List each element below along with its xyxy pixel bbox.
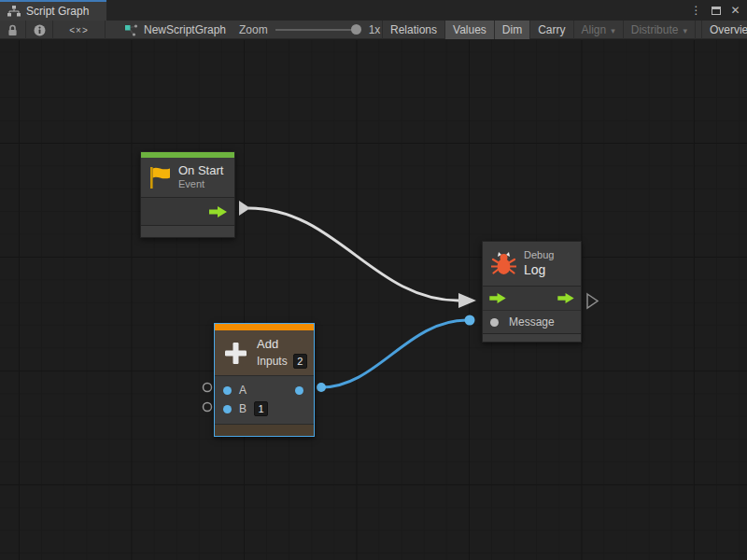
log-flow-output-outer-triangle[interactable] — [587, 294, 598, 308]
flow-input-arrow-icon[interactable] — [489, 293, 506, 303]
add-row-a: A — [215, 381, 314, 399]
port-b-input[interactable] — [223, 405, 232, 413]
relations-button[interactable]: Relations — [382, 21, 444, 39]
maximize-icon — [712, 7, 721, 15]
lock-icon — [7, 24, 18, 36]
add-row-b: B 1 — [215, 399, 314, 418]
align-dropdown[interactable]: Align ▾ — [573, 21, 623, 39]
node-add[interactable]: Add Inputs 2 A B 1 — [214, 323, 315, 437]
window-menu-button[interactable]: ⋮ — [688, 0, 704, 21]
port-a-label: A — [239, 384, 247, 397]
align-label: Align — [582, 23, 607, 36]
relations-label: Relations — [390, 23, 437, 36]
wires-layer — [0, 40, 747, 560]
flag-icon — [149, 166, 171, 189]
maximize-button[interactable] — [708, 0, 724, 21]
port-b-label: B — [239, 402, 247, 415]
zoom-control: Zoom 1x — [239, 21, 380, 39]
tab-script-graph[interactable]: Script Graph — [0, 0, 106, 21]
on-start-flow-row — [141, 197, 234, 225]
graph-tree-icon — [7, 6, 21, 17]
script-graph-window: Script Graph ⋮ ✕ — [0, 0, 747, 560]
node-title: On Start — [178, 163, 223, 178]
carry-label: Carry — [538, 23, 565, 36]
close-icon: ✕ — [730, 4, 740, 17]
close-button[interactable]: ✕ — [727, 0, 743, 21]
value-wire-add-to-message[interactable] — [321, 320, 467, 387]
inputs-count-field[interactable]: 2 — [293, 354, 307, 369]
sum-output-port[interactable] — [295, 386, 303, 395]
log-message-connected-port[interactable] — [465, 315, 475, 326]
inputs-label: Inputs — [257, 355, 288, 369]
node-footer — [215, 424, 314, 436]
zoom-slider-knob[interactable] — [351, 24, 361, 35]
kebab-menu-icon: ⋮ — [691, 4, 702, 17]
toolbar: <×> NewScriptGraph Zoom 1x Relations — [0, 21, 747, 39]
toolbar-gap — [695, 21, 701, 39]
node-debug-log[interactable]: Debug Log Message — [482, 241, 582, 343]
add-header: Add Inputs 2 — [215, 330, 314, 375]
message-value-port[interactable] — [490, 318, 499, 327]
titlebar: Script Graph ⋮ ✕ — [0, 0, 747, 21]
node-footer — [483, 333, 581, 342]
bug-icon — [491, 251, 516, 276]
chevron-down-icon: ▾ — [683, 26, 687, 35]
edit-source-button[interactable]: <×> — [53, 21, 106, 39]
code-icon: <×> — [69, 25, 89, 35]
zoom-label: Zoom — [239, 23, 268, 36]
node-title: Add — [257, 337, 307, 352]
info-icon — [34, 24, 46, 36]
script-graph-asset-icon — [125, 24, 138, 36]
distribute-dropdown[interactable]: Distribute ▾ — [623, 21, 695, 39]
flow-wire-end-arrow — [458, 293, 476, 308]
overview-label: Overview — [710, 23, 747, 36]
plus-icon — [223, 341, 248, 366]
flow-wire-start-arrow — [239, 201, 250, 216]
add-accent-strip — [215, 324, 314, 330]
node-category: Debug — [524, 249, 554, 262]
chevron-down-icon: ▾ — [611, 26, 615, 35]
info-button[interactable] — [26, 21, 53, 39]
dim-button[interactable]: Dim — [494, 21, 529, 39]
zoom-slider[interactable] — [275, 24, 361, 35]
graph-asset-button[interactable]: NewScriptGraph — [118, 21, 233, 39]
node-on-start[interactable]: On Start Event — [140, 151, 235, 238]
add-sum-output-port[interactable] — [317, 383, 326, 392]
port-b-value-field[interactable]: 1 — [254, 401, 268, 416]
zoom-value: 1x — [369, 23, 381, 36]
overview-button[interactable]: Overview — [701, 21, 747, 39]
distribute-label: Distribute — [631, 23, 679, 36]
carry-button[interactable]: Carry — [529, 21, 572, 39]
node-subtitle: Event — [178, 178, 223, 191]
add-port-b-outer-ring[interactable] — [204, 403, 212, 412]
message-port-label: Message — [509, 315, 555, 329]
lock-button[interactable] — [0, 21, 26, 39]
log-message-row: Message — [483, 310, 581, 333]
values-label: Values — [453, 23, 486, 36]
window-controls: ⋮ ✕ — [688, 0, 743, 21]
debug-log-header: Debug Log — [483, 242, 581, 286]
graph-canvas[interactable]: On Start Event — [0, 40, 747, 560]
dim-label: Dim — [502, 23, 522, 36]
log-flow-row — [483, 286, 581, 310]
port-a-input[interactable] — [223, 386, 232, 395]
graph-name: NewScriptGraph — [144, 23, 226, 36]
toolbar-toggles: Relations Values Dim Carry Align ▾ Distr… — [382, 21, 747, 39]
add-ports-zone: A B 1 — [215, 375, 314, 424]
node-footer — [141, 225, 234, 237]
flow-wire-onstart-to-log[interactable] — [248, 208, 458, 301]
on-start-header: On Start Event — [141, 158, 234, 197]
node-title: Log — [524, 262, 554, 279]
flow-output-arrow-icon[interactable] — [209, 206, 227, 217]
values-button[interactable]: Values — [444, 21, 494, 39]
flow-output-arrow-icon[interactable] — [557, 293, 574, 303]
zoom-slider-track — [275, 29, 361, 31]
add-port-a-outer-ring[interactable] — [204, 384, 212, 392]
tab-title: Script Graph — [26, 5, 89, 18]
